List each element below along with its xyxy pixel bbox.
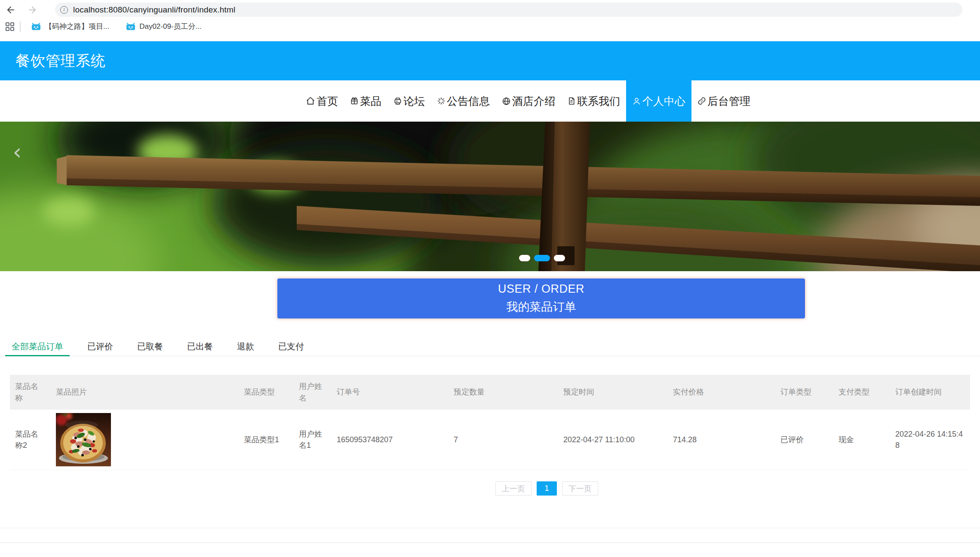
tab-picked-up[interactable]: 已取餐	[131, 338, 169, 356]
forum-icon	[393, 97, 402, 105]
carousel-indicators	[519, 255, 569, 261]
back-icon[interactable]	[3, 3, 18, 17]
nav-label: 个人中心	[642, 94, 685, 108]
next-page-button[interactable]: 下一页	[562, 481, 598, 496]
col-dish-photo: 菜品照片	[51, 375, 239, 410]
footer-divider	[0, 528, 980, 528]
nav-item-admin[interactable]: 后台管理	[691, 80, 756, 122]
nav-item-personal-center[interactable]: 个人中心	[626, 80, 691, 122]
col-reserve-time: 预定时间	[558, 375, 668, 410]
pagination: 上一页 1 下一页	[495, 481, 598, 496]
announcement-icon	[437, 97, 445, 105]
bookmarks-bar: 【码神之路】项目... Day02-09-员工分...	[0, 19, 980, 34]
tab-reviewed[interactable]: 已评价	[81, 338, 120, 356]
contact-icon	[567, 97, 576, 105]
col-created-time: 订单创建时间	[890, 375, 970, 410]
banner-title: 我的菜品订单	[507, 299, 576, 315]
nav-label: 公告信息	[447, 94, 490, 108]
nav-label: 联系我们	[577, 94, 620, 108]
site-header: 餐饮管理系统	[0, 41, 980, 80]
cell-dish-type: 菜品类型1	[239, 410, 294, 470]
cell-reserve-time: 2022-04-27 11:10:00	[558, 410, 668, 470]
link-icon	[697, 97, 706, 105]
nav-item-dishes[interactable]: 菜品	[344, 80, 387, 122]
tab-served[interactable]: 已出餐	[181, 338, 219, 356]
orders-table: 菜品名称 菜品照片 菜品类型 用户姓名 订单号 预定数量 预定时间 实付价格 订…	[10, 375, 970, 470]
bookmarks-divider	[20, 21, 21, 32]
cell-quantity: 7	[449, 410, 558, 470]
tab-all-orders[interactable]: 全部菜品订单	[5, 338, 70, 356]
nav-item-hotel-intro[interactable]: 酒店介绍	[496, 80, 561, 122]
fence-hero-image	[0, 122, 980, 271]
nav-label: 论坛	[403, 94, 425, 108]
bookmark-label: 【码神之路】项目...	[45, 21, 109, 31]
tab-refund[interactable]: 退款	[230, 338, 261, 356]
order-status-tabs: 全部菜品订单 已评价 已取餐 已出餐 退款 已支付	[0, 338, 980, 356]
col-dish-type: 菜品类型	[239, 375, 294, 410]
cell-order-type: 已评价	[775, 410, 833, 470]
url-text: localhost:8080/canyinguanli/front/index.…	[73, 5, 235, 15]
table-header-row: 菜品名称 菜品照片 菜品类型 用户姓名 订单号 预定数量 预定时间 实付价格 订…	[10, 375, 970, 410]
carousel-dot-3[interactable]	[554, 255, 565, 261]
col-user-name: 用户姓名	[294, 375, 332, 410]
nav-item-contact-us[interactable]: 联系我们	[561, 80, 626, 122]
page-number-button[interactable]: 1	[537, 481, 557, 496]
forward-icon[interactable]	[25, 3, 40, 17]
banner-breadcrumb: USER / ORDER	[498, 282, 584, 296]
bookmark-item[interactable]: Day02-09-员工分...	[126, 21, 202, 31]
cell-order-no: 1650953748207	[332, 410, 449, 470]
prev-page-button[interactable]: 上一页	[495, 481, 531, 496]
cell-pay-type: 现金	[833, 410, 890, 470]
home-icon	[306, 96, 315, 106]
pizza-photo	[56, 413, 111, 466]
nav-label: 后台管理	[707, 94, 750, 108]
dish-icon	[350, 97, 359, 105]
nav-label: 首页	[316, 94, 338, 108]
url-bar[interactable]: i localhost:8080/canyinguanli/front/inde…	[55, 3, 962, 17]
carousel-dot-1[interactable]	[519, 255, 530, 261]
nav-item-announcements[interactable]: 公告信息	[431, 80, 496, 122]
table-row: 菜品名称2	[10, 410, 970, 470]
bilibili-icon	[31, 23, 41, 31]
globe-icon	[502, 97, 511, 106]
nav-label: 菜品	[360, 94, 381, 108]
carousel-prev-icon[interactable]: ‹	[8, 139, 27, 165]
user-icon	[632, 97, 641, 106]
page-title: 餐饮管理系统	[15, 51, 106, 71]
col-dish-name: 菜品名称	[10, 375, 51, 410]
bookmark-label: Day02-09-员工分...	[139, 21, 202, 31]
nav-item-home[interactable]: 首页	[300, 80, 344, 122]
footer-divider	[0, 542, 980, 543]
apps-grid-icon[interactable]	[5, 22, 15, 31]
browser-toolbar: i localhost:8080/canyinguanli/front/inde…	[0, 0, 980, 19]
carousel-dot-2[interactable]	[534, 255, 550, 261]
col-order-no: 订单号	[332, 375, 449, 410]
nav-label: 酒店介绍	[512, 94, 555, 108]
col-pay-type: 支付类型	[833, 375, 890, 410]
nav-item-forum[interactable]: 论坛	[387, 80, 431, 122]
col-order-type: 订单类型	[775, 375, 833, 410]
main-nav: 首页 菜品 论坛 公告信息 酒店介绍 联系我们 个人中心 后台管理	[0, 80, 980, 122]
cell-paid-price: 714.28	[668, 410, 775, 470]
cell-dish-name: 菜品名称2	[10, 410, 51, 470]
col-quantity: 预定数量	[449, 375, 558, 410]
bilibili-icon	[126, 23, 136, 31]
cell-dish-photo	[51, 410, 239, 470]
col-paid-price: 实付价格	[668, 375, 775, 410]
page-info-icon[interactable]: i	[60, 6, 68, 14]
cell-user-name: 用户姓名1	[294, 410, 332, 470]
cell-created-time: 2022-04-26 14:15:48	[890, 410, 970, 470]
section-banner: USER / ORDER 我的菜品订单	[277, 278, 805, 318]
page: i localhost:8080/canyinguanli/front/inde…	[0, 0, 980, 557]
hero-carousel: ‹	[0, 122, 980, 271]
tab-paid[interactable]: 已支付	[272, 338, 310, 356]
bookmark-item[interactable]: 【码神之路】项目...	[31, 21, 109, 31]
